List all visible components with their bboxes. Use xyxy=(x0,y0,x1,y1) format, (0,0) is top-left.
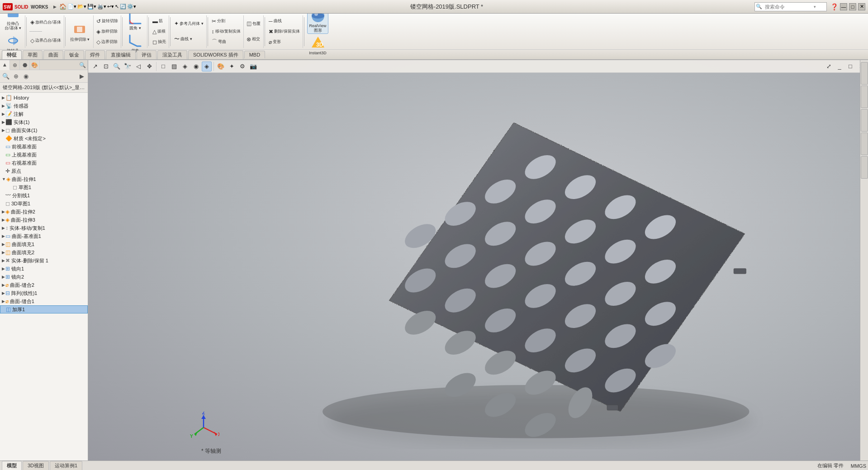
new-btn[interactable]: 📄▾ xyxy=(67,4,76,9)
rotate-cut-btn[interactable]: ↺ 旋转切除 xyxy=(95,17,119,26)
display-manager-btn[interactable]: 📷 xyxy=(248,62,258,71)
curves-btn[interactable]: 〜 曲线 ▾ xyxy=(173,35,204,44)
solid-line-btn[interactable]: ─ 曲线 xyxy=(268,17,301,26)
bottom-tab-model[interactable]: 模型 xyxy=(2,461,22,470)
view-orientation-btn[interactable]: ↗ xyxy=(90,62,100,71)
tree-sensors[interactable]: ▶ 📡 传感器 xyxy=(0,102,88,110)
bottom-tab-3dview[interactable]: 3D视图 xyxy=(23,461,49,470)
search-arrow[interactable]: ▾ xyxy=(813,5,817,9)
right-strip-btn-4[interactable] xyxy=(861,133,868,155)
right-strip-btn-3[interactable] xyxy=(861,109,868,132)
tab-surface[interactable]: 曲面 xyxy=(43,50,63,59)
tree-front-plane[interactable]: ▶ ▭ 前视基准面 xyxy=(0,142,88,151)
undo-btn[interactable]: ↩▾ xyxy=(107,4,114,9)
tree-3d-sketch1[interactable]: ▶ ◻ 3D草图1 xyxy=(0,199,88,208)
hidden-lines-btn[interactable]: ▨ xyxy=(169,62,179,71)
tree-surface-extrude3[interactable]: ▶ ◈ 曲面-拉伸3 xyxy=(0,216,88,224)
shaded-no-edge-btn[interactable]: ◉ xyxy=(191,62,201,71)
tree-origin[interactable]: ▶ ✛ 原点 xyxy=(0,167,88,175)
tree-surface-knit2[interactable]: ▶ ⌀ 曲面-缝合2 xyxy=(0,281,88,289)
zoom-fit-btn[interactable]: ⊡ xyxy=(101,62,111,71)
tree-delete-body1[interactable]: ▶ ✖ 实体-删除/保留 1 xyxy=(0,256,88,265)
fm-tab-property[interactable]: ⊕ xyxy=(10,60,20,70)
tree-annotations[interactable]: ▶ 📝 注解 xyxy=(0,110,88,118)
search-input[interactable] xyxy=(763,4,813,9)
deform-btn[interactable]: ⌀ 变形 xyxy=(268,38,301,47)
help-icon[interactable]: ❓ xyxy=(830,3,838,10)
tree-right-plane[interactable]: ▶ ▭ 右视基准面 xyxy=(0,159,88,167)
appearance-btn[interactable]: 🎨 xyxy=(216,62,226,71)
tree-sketch1[interactable]: ▶ ◻ 草图1 xyxy=(0,183,88,191)
tree-history[interactable]: ▶ 📋 History xyxy=(0,94,88,102)
tree-top-plane[interactable]: ▶ ▭ 上视基准面 xyxy=(0,151,88,159)
move-body-btn[interactable]: ↕ 移动/复制实体 xyxy=(211,27,242,36)
view-restore-btn[interactable]: ⤢ xyxy=(824,62,834,71)
intersect-btn[interactable]: ⊗ 相交 xyxy=(246,35,261,44)
pull-cut-btn[interactable]: 拉伸切除 ▾ xyxy=(68,16,92,47)
wireframe-btn[interactable]: □ xyxy=(158,62,168,71)
save-btn[interactable]: 💾▾ xyxy=(87,4,96,9)
tab-plugins[interactable]: SOLIDWORKS 插件 xyxy=(188,50,243,59)
tree-mirror2[interactable]: ▶ ⊞ 镜向2 xyxy=(0,273,88,281)
tree-split-line1[interactable]: ▶ 〰 分割线1 xyxy=(0,191,88,199)
viewport[interactable]: ↗ ⊡ 🔍 🔭 ◁ ✥ □ ▨ ◈ ◉ ◈ 🎨 ✦ ⚙ 📷 ⤢ xyxy=(88,60,868,461)
loft-cut-btn[interactable]: ◈ 放样切除 xyxy=(95,27,119,36)
bend-btn[interactable]: ⌒ 弯曲 xyxy=(211,38,242,47)
zoom-win-btn[interactable]: 🔭 xyxy=(123,62,133,71)
left-panel-resizer[interactable] xyxy=(85,60,88,461)
draft-btn[interactable]: △ 拔模 xyxy=(152,27,167,36)
bottom-tab-motion[interactable]: 运动算例1 xyxy=(50,461,82,470)
tree-move-copy1[interactable]: ▶ ↕ 实体-移动/复制1 xyxy=(0,224,88,232)
close-btn[interactable]: ✕ xyxy=(858,3,865,10)
zoom-in-btn[interactable]: 🔍 xyxy=(112,62,122,71)
tree-surface-plane1[interactable]: ▶ ▭ 曲面-基准面1 xyxy=(0,232,88,240)
loft-boss-btn[interactable]: ◈ 放样凸台/基体 xyxy=(29,18,62,27)
pan-btn[interactable]: ✥ xyxy=(144,62,154,71)
tree-mirror1[interactable]: ▶ ⊞ 镜向1 xyxy=(0,265,88,273)
tree-thicken1[interactable]: ▶ ◫ 加厚1 xyxy=(0,305,88,313)
shell-btn[interactable]: ◻ 抽壳 xyxy=(152,38,167,47)
prev-view-btn[interactable]: ◁ xyxy=(133,62,143,71)
search-box[interactable]: 🔍 ▾ xyxy=(754,2,827,11)
tab-mbd[interactable]: MBD xyxy=(244,51,265,58)
ref-geo-btn[interactable]: ✦ 参考几何体 ▾ xyxy=(173,19,204,28)
view-min-btn[interactable]: _ xyxy=(835,62,844,71)
right-strip-btn-5[interactable] xyxy=(861,156,868,179)
tree-surface-knit1[interactable]: ▶ ⌀ 曲面-缝合1 xyxy=(0,297,88,305)
tree-surface-bodies[interactable]: ▶ ◻ 曲面实体(1) xyxy=(0,126,88,134)
tree-surface-fill2[interactable]: ▶ ◫ 曲面填充2 xyxy=(0,248,88,256)
home-btn[interactable]: 🏠 xyxy=(59,3,66,10)
tree-pattern-linear1[interactable]: ▶ ⊟ 阵列(线性)1 xyxy=(0,289,88,297)
tab-direct-edit[interactable]: 直接编辑 xyxy=(106,50,136,59)
expand-btn[interactable]: ⊕ xyxy=(11,71,21,81)
tab-sketch[interactable]: 草图 xyxy=(23,50,43,59)
shaded-btn[interactable]: ◈ xyxy=(180,62,190,71)
view-max-btn[interactable]: □ xyxy=(845,62,855,71)
rib-btn[interactable]: ▬ 筋 xyxy=(152,17,167,26)
print-btn[interactable]: 🖨️▾ xyxy=(97,4,106,9)
fm-tab-tree[interactable]: ▲ xyxy=(0,60,10,70)
tab-render[interactable]: 渲染工具 xyxy=(157,50,187,59)
view-settings-btn[interactable]: ⚙ xyxy=(237,62,247,71)
tab-sheet-metal[interactable]: 钣金 xyxy=(64,50,84,59)
tree-solid-bodies[interactable]: ▶ ⬛ 实体(1) xyxy=(0,118,88,126)
scene-btn[interactable]: ✦ xyxy=(227,62,237,71)
tag-btn[interactable]: ◉ xyxy=(21,71,31,81)
shaded-edges-btn[interactable]: ◈ xyxy=(202,62,212,71)
tree-material[interactable]: ▶ 🔶 材质 <未指定> xyxy=(0,134,88,142)
tab-weldment[interactable]: 焊件 xyxy=(85,50,105,59)
tree-surface-extrude1[interactable]: ▼ ◈ 曲面-拉伸1 xyxy=(0,175,88,183)
boundary-boss-btn[interactable]: ◇ 边界凸台/基体 xyxy=(29,36,62,45)
split-btn[interactable]: ✂ 分割 xyxy=(211,17,242,26)
instant3d-btn[interactable]: 3D Instant3D xyxy=(307,34,328,57)
rebuild-btn[interactable]: 🔄 xyxy=(120,4,126,9)
maximize-btn[interactable]: □ xyxy=(849,3,856,10)
boundary-cut-btn[interactable]: ◇ 边界切除 xyxy=(95,38,119,47)
fm-tab-appearance[interactable]: 🎨 xyxy=(30,60,40,70)
delete-body-btn[interactable]: ✖ 删除/保留实体 xyxy=(268,27,301,36)
open-btn[interactable]: 📂▾ xyxy=(77,4,86,9)
tree-surface-fill1[interactable]: ▶ ◫ 曲面填充1 xyxy=(0,240,88,248)
wrap-btn[interactable]: ◫ 包覆 xyxy=(246,19,261,28)
options-btn[interactable]: ⚙️▾ xyxy=(127,4,136,9)
right-strip-btn-2[interactable] xyxy=(861,85,868,108)
